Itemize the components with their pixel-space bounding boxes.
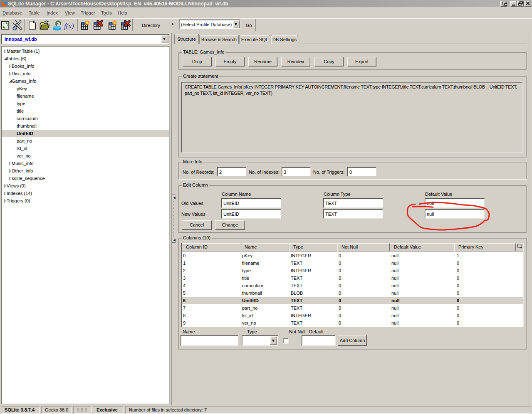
svg-text:f(x): f(x) xyxy=(64,22,74,30)
